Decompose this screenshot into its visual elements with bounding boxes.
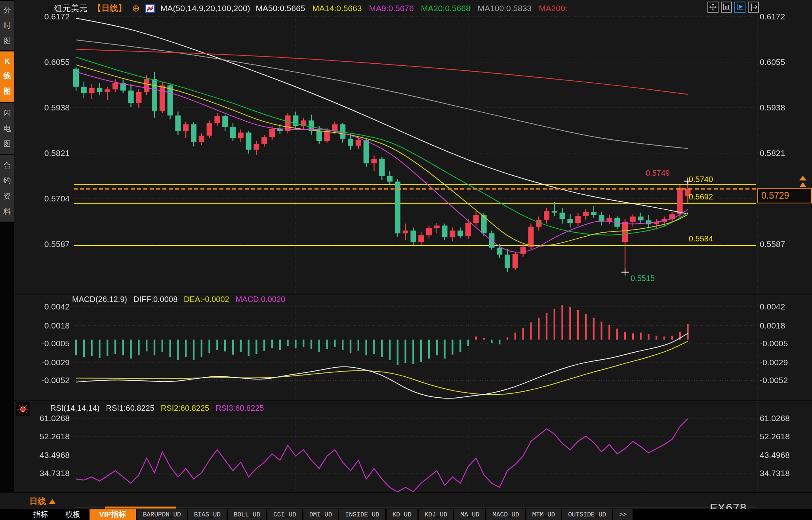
rsi1-value: RSI1:60.8225 [106, 404, 154, 413]
ma-value-label: MA100:0.5833 [478, 4, 532, 13]
axis-tick-label: 61.0268 [760, 414, 790, 423]
macd-header: MACD(26,12,9) DIFF:0.0008 DEA:-0.0002 MA… [72, 295, 285, 304]
sidebar-item-char: 线 [4, 71, 11, 81]
axis-tick-label: 52.2618 [760, 432, 790, 441]
rsi-header: RSI(14,14,14) RSI1:60.8225 RSI2:60.8225 … [50, 404, 264, 413]
period-label: 日线 [29, 496, 46, 507]
chart-type-icon[interactable] [145, 4, 155, 13]
sidebar-item-char: 约 [4, 176, 11, 186]
indicator-tab-bar: 指标模板VIP指标BARUPDN_UDBIAS_UDBOLL_UDCCI_UDD… [0, 509, 812, 520]
hline-label-1: 0.5740 [650, 175, 713, 184]
macd-diff-value: DIFF:0.0008 [133, 295, 177, 304]
sidebar-item-char: 闪 [4, 108, 11, 118]
tab-outside_ud[interactable]: OUTSIDE_UD [562, 509, 612, 520]
sidebar-item-4[interactable]: 合约资料 [0, 155, 14, 222]
tab-boll_ud[interactable]: BOLL_UD [228, 509, 266, 520]
rsi3-value: RSI3:60.8225 [215, 404, 264, 413]
period-selector[interactable]: 日线 [29, 496, 55, 507]
axis-tick-label: -0.0005 [11, 339, 70, 348]
tab-cci_ud[interactable]: CCI_UD [267, 509, 302, 520]
tab-dmi_ud[interactable]: DMI_UD [303, 509, 338, 520]
pan-icon[interactable] [707, 2, 719, 13]
tab-模板[interactable]: 模板 [57, 509, 88, 520]
up-arrow-icon [799, 182, 806, 187]
sidebar-item-2[interactable]: K线图 [0, 51, 14, 102]
session-low-label: 0.5515 [631, 274, 655, 283]
axis-tick-label: 43.4968 [760, 450, 790, 460]
rsi2-value: RSI2:60.8225 [161, 404, 209, 413]
tab-macd_ud[interactable]: MACD_UD [486, 509, 525, 520]
sidebar-item-char: 图 [4, 86, 11, 97]
ma-value-label: MA9:0.5676 [369, 4, 414, 13]
live-indicator-icon [16, 402, 30, 416]
tab->>[interactable]: >> [613, 509, 633, 520]
axis-tick-label: -0.0029 [11, 358, 70, 367]
tab-ma_ud[interactable]: MA_UD [454, 509, 485, 520]
axis-tick-label: 0.0018 [760, 321, 785, 330]
axis-tick-label: 0.5938 [760, 103, 785, 112]
axis-tick-label: 0.5587 [11, 239, 70, 249]
scroll-to-latest-button[interactable] [799, 176, 806, 189]
axis-tick-label: 0.6172 [760, 12, 785, 21]
tab-mtm_ud[interactable]: MTM_UD [526, 509, 561, 520]
axis-tick-label: 43.4968 [11, 450, 70, 460]
tab-vip指标[interactable]: VIP指标 [90, 509, 136, 520]
axis-tick-label: -0.0005 [760, 339, 788, 348]
sidebar-item-char: 时 [4, 21, 11, 31]
price-scale-icon[interactable] [721, 2, 732, 13]
tab-指标[interactable]: 指标 [25, 509, 56, 520]
sidebar-item-char: 资 [4, 191, 11, 201]
sidebar-item-char: 图 [4, 36, 11, 46]
up-triangle-icon [49, 499, 55, 504]
scrollbar-thumb[interactable] [105, 507, 176, 509]
current-price-box: 0.5729 [757, 188, 812, 203]
sidebar-item-char: 料 [4, 207, 11, 217]
axis-tick-label: 0.0042 [11, 302, 70, 311]
axis-tick-label: 0.6055 [760, 57, 785, 67]
tab-barupdn_ud[interactable]: BARUPDN_UD [137, 509, 187, 520]
axis-tick-label: 52.2618 [11, 432, 70, 441]
ma-params-label: MA(50,14,9,20,100,200) [160, 4, 250, 13]
axis-tick-label: 0.6055 [11, 57, 70, 67]
sidebar-item-char: 图 [4, 139, 11, 149]
axis-tick-label: 0.5938 [11, 103, 70, 112]
axis-tick-label: 0.0018 [11, 321, 70, 330]
chart-toolbar [707, 2, 759, 13]
axis-tick-label: 0.5587 [760, 239, 785, 249]
sidebar-item-char: 分 [4, 5, 11, 15]
hline-label-3: 0.5584 [650, 234, 713, 243]
macd-dea-value: DEA:-0.0002 [184, 295, 229, 304]
axis-tick-label: 34.7318 [11, 469, 70, 478]
axis-tick-label: -0.0052 [760, 376, 788, 385]
axis-tick-label: 0.5704 [11, 194, 70, 203]
sidebar-item-char: 电 [4, 123, 11, 134]
ma-values: MA50:0.5665MA14:0.5663MA9:0.5676MA20:0.5… [256, 4, 568, 13]
sidebar: 分时图K线图闪电图合约资料 [0, 0, 14, 520]
sidebar-item-char: 合 [4, 160, 11, 171]
auto-follow-icon[interactable] [734, 2, 745, 13]
rsi-title: RSI(14,14,14) [50, 404, 100, 413]
ma-value-label: MA50:0.5665 [256, 4, 305, 13]
hline-label-2: 0.5692 [650, 192, 713, 201]
period-tag[interactable]: 【日线】 [93, 3, 126, 14]
chart-canvas[interactable] [0, 0, 812, 520]
tab-bias_ud[interactable]: BIAS_UD [188, 509, 227, 520]
ma-value-label: MA14:0.5663 [313, 4, 362, 13]
chart-header: 纽元美元 【日线】 ⊕ MA(50,14,9,20,100,200) MA50:… [54, 2, 568, 14]
macd-title: MACD(26,12,9) [72, 295, 127, 304]
sidebar-item-3[interactable]: 闪电图 [0, 103, 14, 154]
ma-value-label: MA20:0.5668 [421, 4, 471, 13]
macd-value: MACD:0.0020 [236, 295, 286, 304]
add-indicator-icon[interactable]: ⊕ [132, 4, 140, 13]
trading-chart-app: 纽元美元 【日线】 ⊕ MA(50,14,9,20,100,200) MA50:… [0, 0, 812, 520]
up-arrow-icon [799, 176, 806, 180]
axis-tick-label: 0.5821 [760, 148, 785, 158]
axis-tick-label: -0.0052 [11, 376, 70, 385]
tab-kdj_ud[interactable]: KDJ_UD [419, 509, 454, 520]
tab-kd_ud[interactable]: KD_UD [387, 509, 417, 520]
tab-inside_ud[interactable]: INSIDE_UD [339, 509, 385, 520]
sidebar-item-1[interactable]: 分时图 [0, 1, 14, 50]
shift-data-icon[interactable] [748, 2, 759, 13]
axis-tick-label: 34.7318 [760, 469, 790, 478]
axis-tick-label: 0.0042 [760, 302, 785, 311]
